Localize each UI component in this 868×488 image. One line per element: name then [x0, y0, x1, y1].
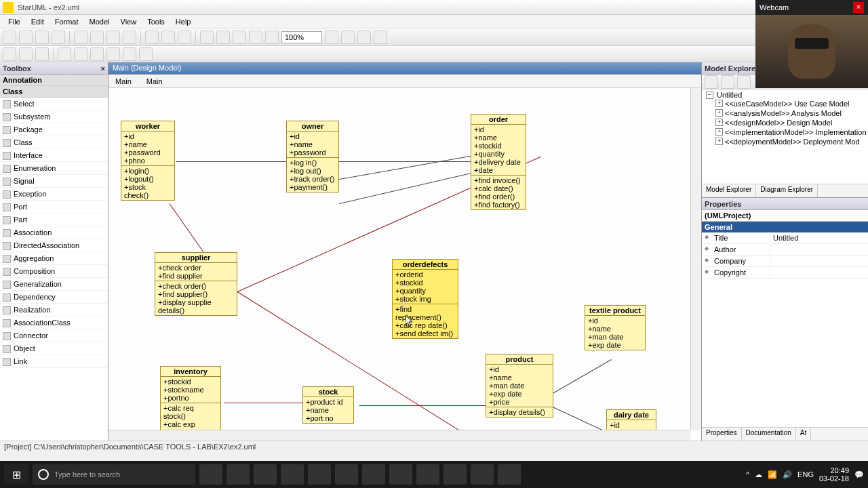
tool-link[interactable]: Link — [0, 355, 108, 368]
tray-onedrive-icon[interactable]: ☁ — [755, 470, 762, 479]
model-tree[interactable]: Untitled <<useCaseModel>> Use Case Model… — [702, 89, 868, 184]
tree-item[interactable]: <<useCaseModel>> Use Case Model — [714, 99, 865, 108]
tab-documentation[interactable]: Documentation — [742, 428, 796, 441]
prop-row[interactable]: Copyright — [702, 267, 868, 279]
close-icon[interactable]: × — [853, 2, 864, 13]
zoom-fit-icon[interactable] — [200, 30, 214, 44]
store-icon[interactable] — [362, 464, 385, 485]
tray-volume-icon[interactable]: 🔊 — [783, 470, 792, 479]
tool-select[interactable]: Select — [0, 98, 108, 110]
app-icon[interactable] — [498, 464, 521, 485]
tray-lang[interactable]: ENG — [797, 470, 814, 479]
line-icon[interactable] — [35, 47, 49, 61]
system-tray[interactable]: ^ ☁ 📶 🔊 ENG 20:49 03-02-18 💬 — [746, 466, 864, 483]
tool1-icon[interactable] — [216, 30, 230, 44]
tool-aggregation[interactable]: Aggregation — [0, 252, 108, 265]
tool-realization[interactable]: Realization — [0, 304, 108, 317]
tool-package[interactable]: Package — [0, 123, 108, 136]
open-icon[interactable] — [19, 30, 33, 44]
align5-icon[interactable] — [123, 47, 136, 61]
tab-main-2[interactable]: Main — [142, 76, 167, 87]
menu-file[interactable]: File — [3, 16, 26, 27]
new-icon[interactable] — [3, 30, 16, 44]
align1-icon[interactable] — [58, 47, 71, 61]
tray-wifi-icon[interactable]: 📶 — [768, 470, 777, 479]
prop-row[interactable]: Company — [702, 256, 868, 267]
scrollbar-vertical[interactable] — [690, 88, 701, 430]
tool-class[interactable]: Class — [0, 136, 108, 149]
save-icon[interactable] — [35, 30, 49, 44]
paste-icon[interactable] — [106, 30, 120, 44]
class-order[interactable]: order +id +name +stockid +quantity +deli… — [471, 114, 526, 210]
tool-exception[interactable]: Exception — [0, 188, 108, 201]
tool-generalization[interactable]: Generalization — [0, 278, 108, 291]
align6-icon[interactable] — [139, 47, 153, 61]
class-stock[interactable]: stock +product id +name +port no — [302, 386, 354, 424]
align4-icon[interactable] — [106, 47, 120, 61]
class-owner[interactable]: owner +id +name +password +log in() +log… — [286, 121, 339, 192]
section-annotation[interactable]: Annotation — [0, 75, 108, 86]
tray-chevron-icon[interactable]: ^ — [746, 470, 749, 479]
edge-icon[interactable] — [254, 464, 277, 485]
app-icon[interactable] — [471, 464, 494, 485]
menu-tools[interactable]: Tools — [142, 16, 170, 27]
tool-interface[interactable]: Interface — [0, 149, 108, 162]
layout-icon[interactable] — [374, 30, 387, 44]
redo-icon[interactable] — [161, 30, 175, 44]
class-orderdefects[interactable]: orderdefects +orderid +stockid +quantity… — [392, 259, 458, 339]
delete-icon[interactable] — [123, 30, 136, 44]
tool-connector[interactable]: Connector — [0, 329, 108, 342]
menu-format[interactable]: Format — [50, 16, 84, 27]
tree-item[interactable]: <<implementationModel>> Implementation — [714, 127, 865, 137]
section-class[interactable]: Class — [0, 86, 108, 98]
tab-model-explorer[interactable]: Model Explorer — [702, 184, 756, 197]
tab-properties[interactable]: Properties — [702, 428, 742, 441]
explorer-icon[interactable] — [281, 464, 304, 485]
staruml-icon[interactable] — [308, 464, 331, 485]
powerpoint-icon[interactable] — [335, 464, 358, 485]
tool-directedassociation[interactable]: DirectedAssociation — [0, 239, 108, 252]
prop-value[interactable]: Untitled — [770, 232, 868, 243]
print-icon[interactable] — [52, 30, 65, 44]
undo-icon[interactable] — [145, 30, 159, 44]
prop-value[interactable] — [770, 267, 868, 278]
class-textile-product[interactable]: textile product +id +name +man date +exp… — [585, 305, 646, 350]
tool-associationclass[interactable]: AssociationClass — [0, 317, 108, 329]
task-view-icon[interactable] — [199, 464, 222, 485]
start-button[interactable]: ⊞ — [4, 464, 28, 485]
properties-category[interactable]: General — [702, 222, 868, 232]
color-icon[interactable] — [19, 47, 33, 61]
prop-row[interactable]: Author — [702, 244, 868, 256]
tab-diagram-explorer[interactable]: Diagram Explorer — [756, 184, 818, 197]
class-worker[interactable]: worker +id +name +password +phno +login(… — [121, 121, 175, 201]
font-icon[interactable] — [3, 47, 16, 61]
cut-icon[interactable] — [74, 30, 87, 44]
menu-help[interactable]: Help — [170, 16, 197, 27]
class-supplier[interactable]: supplier +check order +find supplier +ch… — [155, 252, 237, 316]
app-icon[interactable] — [416, 464, 439, 485]
zoom-in-icon[interactable] — [341, 30, 355, 44]
tool3-icon[interactable] — [249, 30, 262, 44]
prop-value[interactable] — [770, 256, 868, 266]
menu-edit[interactable]: Edit — [26, 16, 50, 27]
tool2-icon[interactable] — [233, 30, 246, 44]
class-inventory[interactable]: inventory +stockid +stockname +portno +c… — [160, 366, 221, 438]
app-icon[interactable] — [389, 464, 412, 485]
sort-icon[interactable] — [705, 75, 718, 89]
prop-row[interactable]: Title Untitled — [702, 232, 868, 244]
tool-object[interactable]: Object — [0, 342, 108, 355]
menu-view[interactable]: View — [115, 16, 142, 27]
tool4-icon[interactable] — [265, 30, 279, 44]
scrollbar-horizontal[interactable] — [108, 430, 690, 441]
close-icon[interactable]: × — [101, 64, 105, 73]
tab-at[interactable]: At — [796, 428, 811, 441]
copy-icon[interactable] — [90, 30, 104, 44]
tab-main-1[interactable]: Main — [111, 76, 136, 87]
tray-clock[interactable]: 20:49 03-02-18 — [819, 466, 849, 483]
find-icon[interactable] — [178, 30, 191, 44]
tree-item[interactable]: <<analysisModel>> Analysis Model — [714, 108, 865, 118]
align3-icon[interactable] — [90, 47, 104, 61]
taskbar-search[interactable]: Type here to search — [33, 464, 195, 485]
menu-model[interactable]: Model — [84, 16, 115, 27]
tool-dependency[interactable]: Dependency — [0, 291, 108, 304]
